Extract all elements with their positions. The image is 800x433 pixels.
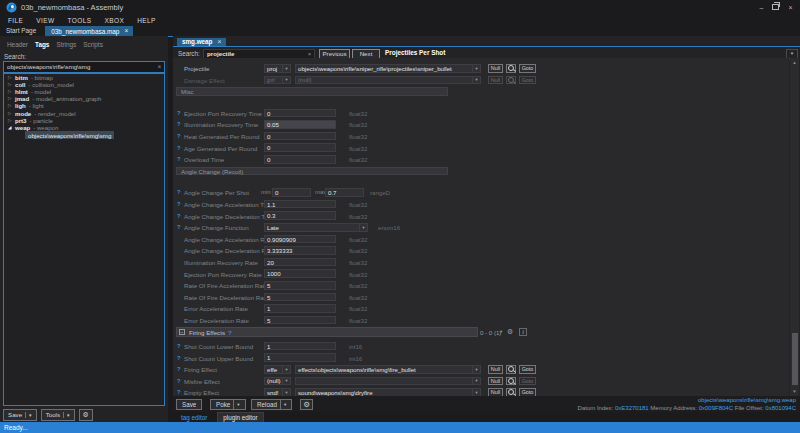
field-value-input[interactable]: 1000 xyxy=(264,269,336,278)
tab-close-icon[interactable]: × xyxy=(124,28,128,34)
null-button[interactable]: Null xyxy=(488,76,503,85)
block-index-dropdown[interactable]: 0 - 0 (1) xyxy=(480,329,501,336)
sidebar-tools-button[interactable]: Tools ▾ xyxy=(41,409,75,421)
help-icon[interactable]: ? xyxy=(177,213,181,219)
chevron-down-icon[interactable]: ▼ xyxy=(472,389,480,396)
editor-settings-button[interactable]: ⚙ xyxy=(300,399,313,410)
tag-path-dropdown[interactable]: effects\objects\weapons\rifle\smg\fire_b… xyxy=(295,365,481,374)
tree-item-hlmt[interactable]: ▷hlmt- model xyxy=(4,88,164,95)
tag-path-dropdown[interactable]: ▼ xyxy=(295,377,481,386)
maximize-button[interactable] xyxy=(769,3,782,12)
tab-map-file[interactable]: 03b_newmombasa.map × xyxy=(45,26,133,36)
expand-arrow-icon[interactable]: ▷ xyxy=(8,118,15,123)
field-value-input[interactable]: 0 xyxy=(264,132,336,141)
collapse-icon[interactable]: − xyxy=(179,329,185,335)
field-value-input[interactable]: 1.1 xyxy=(264,200,336,209)
null-button[interactable]: Null xyxy=(488,64,503,73)
help-icon[interactable]: ? xyxy=(177,355,181,361)
tag-class-dropdown[interactable]: (null)▼ xyxy=(264,377,291,386)
sidebar-tab-strings[interactable]: Strings xyxy=(56,41,76,48)
sidebar-settings-button[interactable]: ⚙ xyxy=(79,409,93,421)
sidebar-tab-scripts[interactable]: Scripts xyxy=(83,41,103,48)
goto-button[interactable]: Goto xyxy=(519,76,536,85)
chevron-down-icon[interactable]: ▾ xyxy=(280,400,286,409)
help-icon[interactable]: ? xyxy=(177,110,181,116)
search-tag-button[interactable] xyxy=(506,76,516,85)
tree-item-coll[interactable]: ▷coll- collision_model xyxy=(4,81,164,88)
field-value-input[interactable]: 1 xyxy=(264,353,336,362)
chevron-down-icon[interactable]: ▼ xyxy=(282,366,290,373)
reload-button[interactable]: Reload ▾ xyxy=(251,399,292,410)
expand-arrow-icon[interactable]: ▷ xyxy=(8,111,15,116)
max-value-input[interactable]: 0.7 xyxy=(325,188,364,197)
field-value-input[interactable]: 0 xyxy=(264,109,336,118)
tag-path-dropdown[interactable]: objects\weapons\rifle\sniper_rifle\proje… xyxy=(295,64,481,73)
chevron-down-icon[interactable]: ▼ xyxy=(282,65,290,72)
field-value-input[interactable]: 0.05 xyxy=(264,120,336,129)
field-value-input[interactable]: 5 xyxy=(264,281,336,290)
field-value-input[interactable]: 3.333333 xyxy=(264,246,336,255)
tag-class-dropdown[interactable]: proj▼ xyxy=(264,64,291,73)
save-button[interactable]: Save xyxy=(176,399,202,410)
menu-help[interactable]: HELP xyxy=(137,17,156,24)
help-icon[interactable]: ? xyxy=(177,133,181,139)
chevron-down-icon[interactable]: ▼ xyxy=(282,77,290,84)
sidebar-tab-header[interactable]: Header xyxy=(7,41,28,48)
tree-item-jmad[interactable]: ▷jmad- model_animation_graph xyxy=(4,95,164,102)
help-icon[interactable]: ? xyxy=(177,389,181,395)
help-icon[interactable]: ? xyxy=(177,189,181,195)
null-button[interactable]: Null xyxy=(488,365,503,374)
editor-tab-close-icon[interactable]: × xyxy=(217,38,221,45)
close-button[interactable]: × xyxy=(784,3,797,12)
tree-item-bitm[interactable]: ▷bitm- bitmap xyxy=(4,74,164,81)
chevron-down-icon[interactable]: ▼ xyxy=(472,77,480,84)
scroll-up-icon[interactable]: ▲ xyxy=(790,58,799,67)
info-icon[interactable]: i xyxy=(519,328,527,336)
field-value-input[interactable]: 0.3 xyxy=(264,211,336,220)
menu-view[interactable]: VIEW xyxy=(36,17,54,24)
goto-button[interactable]: Goto xyxy=(519,64,536,73)
menu-xbox[interactable]: XBOX xyxy=(104,17,124,24)
field-value-input[interactable]: 20 xyxy=(264,258,336,267)
help-icon[interactable]: ? xyxy=(177,366,181,372)
tab-start-page[interactable]: Start Page xyxy=(0,26,43,36)
help-icon[interactable]: ? xyxy=(177,121,181,127)
tree-child-tag[interactable]: objects\weapons\rifle\smg\smg xyxy=(25,131,114,139)
scroll-down-icon[interactable]: ▼ xyxy=(790,387,799,396)
poke-button[interactable]: Poke ▾ xyxy=(210,399,246,410)
search-tag-button[interactable] xyxy=(506,365,516,374)
field-value-input[interactable]: 1 xyxy=(264,304,336,313)
chevron-down-icon[interactable]: ▾ xyxy=(25,412,32,418)
chevron-down-icon[interactable]: ▼ xyxy=(472,378,480,385)
expand-arrow-icon[interactable]: ▷ xyxy=(8,89,15,94)
chevron-down-icon[interactable]: ▼ xyxy=(472,65,480,72)
vertical-scrollbar[interactable]: ▲ ▼ xyxy=(790,58,799,396)
field-value-input[interactable]: 5 xyxy=(264,316,336,325)
menu-tools[interactable]: TOOLS xyxy=(68,17,92,24)
expand-arrow-icon[interactable]: ▷ xyxy=(8,96,15,101)
tag-class-dropdown[interactable]: jpt!▼ xyxy=(264,76,291,85)
help-icon[interactable]: ? xyxy=(177,343,181,349)
tag-path-dropdown[interactable]: (null)▼ xyxy=(295,76,481,85)
min-value-input[interactable]: 0 xyxy=(272,188,311,197)
editor-search-clear-icon[interactable]: × xyxy=(305,50,314,57)
field-value-input[interactable]: 1 xyxy=(264,342,336,351)
tree-item-ligh[interactable]: ▷ligh- light xyxy=(4,102,164,109)
search-result-combobox[interactable]: Projectiles Per Shot xyxy=(381,48,788,58)
chevron-down-icon[interactable]: ▼ xyxy=(472,366,480,373)
editor-tab-smg-weap[interactable]: smg.weap × xyxy=(177,38,226,46)
help-icon[interactable]: ? xyxy=(228,329,232,336)
enum-dropdown[interactable]: Late▼ xyxy=(264,223,368,232)
collapse-arrow-icon[interactable]: ◢ xyxy=(8,125,15,130)
null-button[interactable]: Null xyxy=(488,377,503,386)
help-icon[interactable]: ? xyxy=(177,201,181,207)
help-icon[interactable]: ? xyxy=(177,224,181,230)
field-value-input[interactable]: 5 xyxy=(264,293,336,302)
sidebar-save-button[interactable]: Save ▾ xyxy=(3,409,37,421)
tree-item-mode[interactable]: ▷mode- render_model xyxy=(4,109,164,116)
chevron-down-icon[interactable]: ▾ xyxy=(63,412,70,418)
view-tab-tag-editor[interactable]: tag editor xyxy=(176,413,212,422)
menu-file[interactable]: FILE xyxy=(8,17,23,24)
expand-arrow-icon[interactable]: ▷ xyxy=(8,82,15,87)
search-tag-button[interactable] xyxy=(506,377,516,386)
